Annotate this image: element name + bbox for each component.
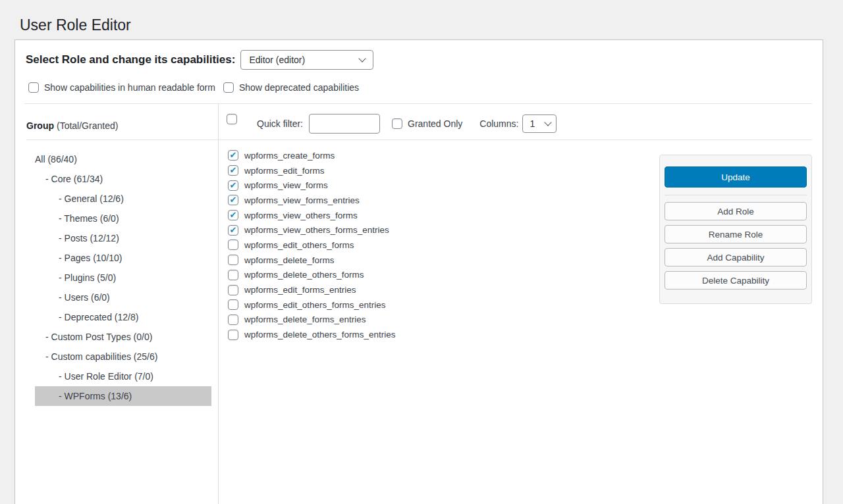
capability-checkbox[interactable]: ✔ bbox=[228, 299, 238, 310]
capability-label: wpforms_edit_forms bbox=[244, 166, 325, 176]
capability-checkbox[interactable]: ✔ bbox=[228, 210, 238, 220]
group-item[interactable]: - Core (61/34) bbox=[35, 169, 211, 189]
groups-tree: All (86/40) - Core (61/34) - General (12… bbox=[15, 140, 218, 406]
capability-label: wpforms_view_others_forms_entries bbox=[244, 225, 389, 235]
group-item-label: - Pages (10/10) bbox=[59, 253, 122, 263]
capability-checkbox[interactable]: ✔ bbox=[228, 239, 238, 250]
group-item-label: - Deprecated (12/8) bbox=[59, 312, 138, 322]
group-item[interactable]: - Posts (12/12) bbox=[35, 228, 211, 248]
group-item[interactable]: - Themes (6/0) bbox=[35, 209, 211, 228]
granted-only-label: Granted Only bbox=[408, 118, 462, 129]
display-option: ✔ Show capabilities in human readable fo… bbox=[28, 82, 215, 93]
group-item-label: - Core (61/34) bbox=[45, 174, 103, 184]
check-icon: ✔ bbox=[230, 226, 237, 234]
display-options-row: ✔ Show capabilities in human readable fo… bbox=[15, 82, 823, 93]
update-button[interactable]: Update bbox=[665, 166, 807, 188]
check-icon: ✔ bbox=[230, 195, 237, 204]
groups-header-title: Group bbox=[26, 120, 54, 131]
group-item[interactable]: - WPForms (13/6) bbox=[35, 386, 211, 406]
group-item-label: - Users (6/0) bbox=[59, 292, 110, 303]
group-item[interactable]: - General (12/6) bbox=[35, 189, 211, 209]
capability-checkbox[interactable]: ✔ bbox=[228, 150, 238, 161]
granted-only-checkbox[interactable]: ✔ bbox=[392, 118, 402, 129]
role-select-value: Editor (editor) bbox=[249, 55, 305, 65]
capability-checkbox[interactable]: ✔ bbox=[228, 225, 238, 236]
capability-checkbox[interactable]: ✔ bbox=[228, 165, 238, 176]
capability-label: wpforms_delete_forms bbox=[244, 255, 335, 265]
select-all-checkbox[interactable]: ✔ bbox=[227, 114, 237, 124]
display-option: ✔ Show deprecated capabilities bbox=[223, 82, 359, 93]
delete-capability-button[interactable]: Delete Capability bbox=[665, 271, 807, 290]
check-icon: ✔ bbox=[230, 181, 237, 189]
group-item-label: - User Role Editor (7/0) bbox=[59, 371, 153, 382]
groups-header: Group(Total/Granted) bbox=[26, 104, 218, 140]
capability-label: wpforms_edit_others_forms bbox=[244, 240, 354, 250]
add-capability-button[interactable]: Add Capability bbox=[665, 248, 807, 266]
group-item[interactable]: - Custom Post Types (0/0) bbox=[35, 327, 211, 347]
actions-panel: Update Add Role Rename Role Add Capabili… bbox=[659, 155, 812, 304]
filter-bar: ✔ Quick filter: ✔ Granted Only Columns: … bbox=[219, 104, 812, 140]
columns-label: Columns: bbox=[479, 118, 518, 129]
capability-checkbox[interactable]: ✔ bbox=[228, 195, 238, 205]
group-item-label: - WPForms (13/6) bbox=[59, 391, 132, 401]
user-role-editor-panel: Select Role and change its capabilities:… bbox=[14, 39, 823, 504]
role-select[interactable]: Editor (editor) bbox=[240, 50, 373, 70]
option-checkbox[interactable]: ✔ bbox=[223, 82, 234, 93]
capability-label: wpforms_view_forms_entries bbox=[244, 195, 360, 205]
group-item[interactable]: - Deprecated (12/8) bbox=[35, 307, 211, 327]
quick-filter-input[interactable] bbox=[309, 114, 380, 134]
capability-label: wpforms_create_forms bbox=[244, 151, 335, 161]
quick-filter-label: Quick filter: bbox=[257, 118, 303, 129]
group-item-label: - Themes (6/0) bbox=[59, 213, 119, 224]
group-item-label: - Custom capabilities (25/6) bbox=[45, 351, 157, 362]
capability-checkbox[interactable]: ✔ bbox=[228, 330, 238, 340]
capability-label: wpforms_view_others_forms bbox=[244, 211, 358, 220]
group-item[interactable]: - Plugins (5/0) bbox=[35, 268, 211, 288]
group-item[interactable]: All (86/40) bbox=[35, 149, 211, 169]
chevron-down-icon bbox=[545, 118, 552, 126]
capability-row: ✔ wpforms_delete_forms_entries bbox=[228, 313, 823, 328]
check-icon: ✔ bbox=[230, 166, 237, 174]
page-title: User Role Editor bbox=[20, 16, 131, 34]
capability-label: wpforms_delete_others_forms_entries bbox=[244, 330, 396, 340]
group-item-label: - Posts (12/12) bbox=[59, 233, 119, 243]
capability-label: wpforms_delete_forms_entries bbox=[244, 315, 366, 324]
group-item-label: - Custom Post Types (0/0) bbox=[45, 332, 152, 342]
check-icon: ✔ bbox=[230, 211, 237, 219]
columns-select[interactable]: 1 bbox=[522, 114, 557, 133]
option-label: Show capabilities in human readable form bbox=[44, 82, 215, 93]
capability-checkbox[interactable]: ✔ bbox=[228, 255, 238, 265]
capability-label: wpforms_edit_forms_entries bbox=[244, 285, 356, 295]
group-item[interactable]: - Custom capabilities (25/6) bbox=[35, 347, 211, 366]
capability-checkbox[interactable]: ✔ bbox=[228, 180, 238, 191]
capability-checkbox[interactable]: ✔ bbox=[228, 270, 238, 280]
capability-row: ✔ wpforms_delete_others_forms_entries bbox=[228, 327, 823, 342]
select-role-label: Select Role and change its capabilities: bbox=[26, 53, 235, 66]
capability-label: wpforms_delete_others_forms bbox=[244, 270, 364, 280]
option-checkbox[interactable]: ✔ bbox=[28, 82, 39, 93]
group-item-label: All (86/40) bbox=[35, 154, 77, 164]
capability-checkbox[interactable]: ✔ bbox=[228, 315, 238, 325]
group-item[interactable]: - Users (6/0) bbox=[35, 288, 211, 307]
option-label: Show deprecated capabilities bbox=[239, 82, 359, 93]
divider bbox=[665, 195, 807, 195]
rename-role-button[interactable]: Rename Role bbox=[665, 225, 807, 243]
group-item-label: - General (12/6) bbox=[59, 193, 124, 204]
add-role-button[interactable]: Add Role bbox=[665, 202, 807, 220]
role-selector-row: Select Role and change its capabilities:… bbox=[15, 40, 823, 70]
capability-label: wpforms_view_forms bbox=[244, 180, 328, 190]
capability-label: wpforms_edit_others_forms_entries bbox=[244, 300, 386, 310]
capability-checkbox[interactable]: ✔ bbox=[228, 285, 238, 295]
check-icon: ✔ bbox=[230, 151, 237, 159]
groups-header-suffix: (Total/Granted) bbox=[57, 120, 118, 131]
group-item[interactable]: - User Role Editor (7/0) bbox=[35, 366, 211, 386]
columns-select-value: 1 bbox=[530, 118, 535, 129]
group-item-label: - Plugins (5/0) bbox=[59, 272, 116, 283]
group-item[interactable]: - Pages (10/10) bbox=[35, 248, 211, 268]
chevron-down-icon bbox=[359, 55, 366, 62]
groups-sidebar: Group(Total/Granted) All (86/40) - Core … bbox=[15, 104, 219, 504]
